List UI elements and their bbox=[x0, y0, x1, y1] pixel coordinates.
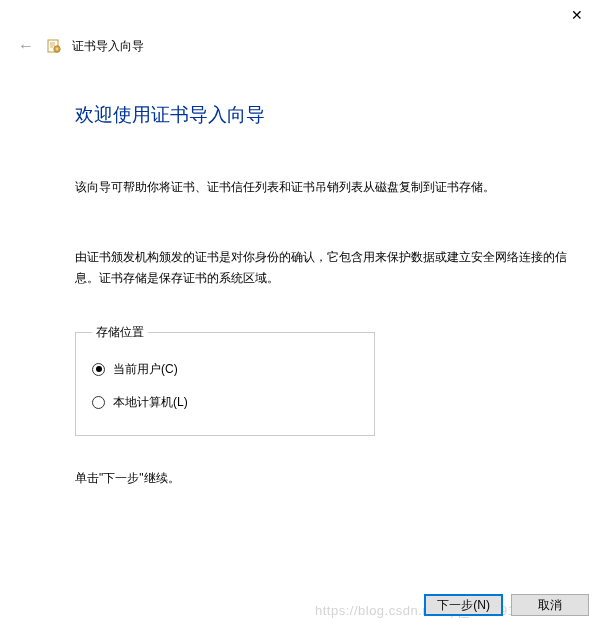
back-button[interactable]: ← bbox=[16, 36, 36, 56]
radio-label: 当前用户(C) bbox=[113, 361, 178, 378]
close-icon: ✕ bbox=[571, 7, 583, 23]
svg-point-2 bbox=[56, 48, 59, 51]
wizard-content: 欢迎使用证书导入向导 该向导可帮助你将证书、证书信任列表和证书吊销列表从磁盘复制… bbox=[0, 62, 611, 487]
page-heading: 欢迎使用证书导入向导 bbox=[75, 102, 571, 128]
radio-icon bbox=[92, 396, 105, 409]
storage-location-legend: 存储位置 bbox=[92, 324, 148, 341]
wizard-title: 证书导入向导 bbox=[72, 38, 144, 55]
certificate-icon bbox=[46, 38, 62, 54]
back-arrow-icon: ← bbox=[18, 37, 34, 55]
continue-instruction: 单击"下一步"继续。 bbox=[75, 470, 571, 487]
radio-icon bbox=[92, 363, 105, 376]
radio-local-machine[interactable]: 本地计算机(L) bbox=[92, 386, 358, 419]
intro-paragraph-1: 该向导可帮助你将证书、证书信任列表和证书吊销列表从磁盘复制到证书存储。 bbox=[75, 178, 571, 197]
wizard-header: ← 证书导入向导 bbox=[0, 30, 611, 62]
titlebar: ✕ bbox=[0, 0, 611, 30]
intro-paragraph-2: 由证书颁发机构颁发的证书是对你身份的确认，它包含用来保护数据或建立安全网络连接的… bbox=[75, 247, 571, 288]
wizard-footer: 下一步(N) 取消 bbox=[424, 594, 589, 616]
cancel-button[interactable]: 取消 bbox=[511, 594, 589, 616]
radio-label: 本地计算机(L) bbox=[113, 394, 188, 411]
next-button[interactable]: 下一步(N) bbox=[424, 594, 503, 616]
radio-current-user[interactable]: 当前用户(C) bbox=[92, 353, 358, 386]
radio-selected-dot bbox=[96, 366, 102, 372]
close-button[interactable]: ✕ bbox=[557, 1, 597, 29]
storage-location-group: 存储位置 当前用户(C) 本地计算机(L) bbox=[75, 324, 375, 436]
